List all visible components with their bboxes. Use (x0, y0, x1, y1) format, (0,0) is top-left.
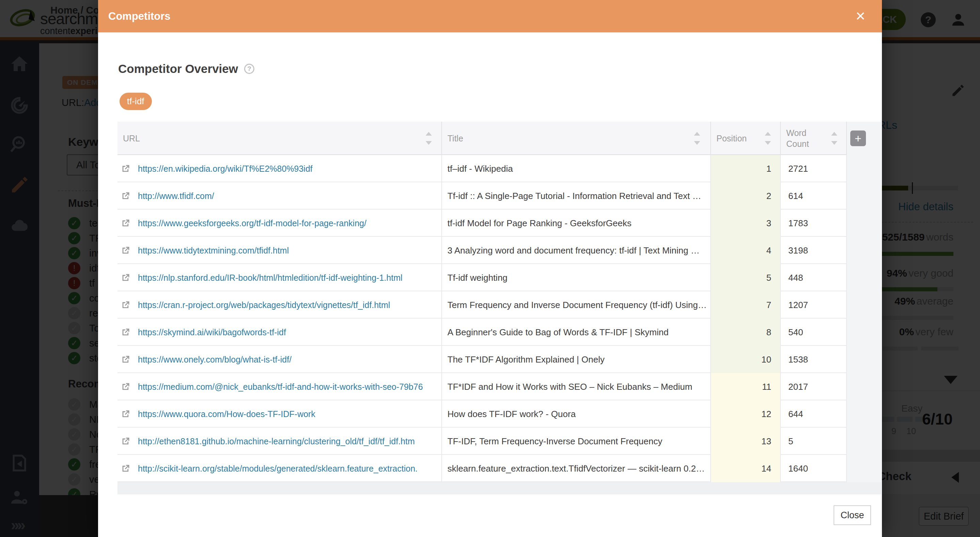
position-cell: 12 (711, 400, 781, 428)
word-count-cell: 2017 (781, 373, 847, 400)
add-column-button[interactable]: + (850, 131, 866, 146)
competitor-url-link[interactable]: https://cran.r-project.org/web/packages/… (138, 300, 390, 310)
overview-help-icon[interactable]: ? (244, 64, 255, 74)
col-header-title[interactable]: Title (442, 122, 711, 155)
url-cell: https://www.onely.com/blog/what-is-tf-id… (118, 346, 442, 373)
sort-icons[interactable] (831, 132, 837, 145)
row-gutter (847, 319, 881, 346)
table-scrollbar-track[interactable] (118, 482, 881, 494)
col-header-position[interactable]: Position (711, 122, 781, 155)
url-cell: http://ethen8181.github.io/machine-learn… (118, 428, 442, 455)
table-row: https://cran.r-project.org/web/packages/… (118, 291, 881, 319)
competitor-url-link[interactable]: https://nlp.stanford.edu/IR-book/html/ht… (138, 273, 402, 283)
title-cell: A Beginner's Guide to Bag of Words & TF-… (442, 319, 711, 346)
external-link-icon (121, 327, 130, 337)
row-gutter (847, 155, 881, 182)
position-cell: 13 (711, 428, 781, 455)
sort-icons[interactable] (694, 132, 700, 145)
external-link-icon (121, 246, 130, 255)
title-cell: TF-IDF, Term Frequency-Inverse Document … (442, 428, 711, 455)
table-row: https://nlp.stanford.edu/IR-book/html/ht… (118, 264, 881, 291)
word-count-cell: 448 (781, 264, 847, 291)
row-gutter (847, 210, 881, 237)
competitors-modal: Competitors × Competitor Overview ? tf-i… (98, 0, 882, 537)
title-cell: Term Frequency and Inverse Document Freq… (442, 291, 711, 319)
competitor-url-link[interactable]: http://www.tfidf.com/ (138, 191, 214, 201)
word-count-cell: 1783 (781, 210, 847, 237)
title-cell: TF*IDF and How it Works with SEO – Nick … (442, 373, 711, 400)
sort-icons[interactable] (426, 132, 432, 145)
table-row: https://www.geeksforgeeks.org/tf-idf-mod… (118, 210, 881, 237)
overview-title: Competitor Overview (118, 62, 238, 76)
external-link-icon (121, 409, 130, 419)
external-link-icon (121, 164, 130, 174)
table-row: https://www.tidytextmining.com/tfidf.htm… (118, 237, 881, 264)
competitor-url-link[interactable]: https://www.onely.com/blog/what-is-tf-id… (138, 355, 291, 365)
title-cell: Tf-idf :: A Single-Page Tutorial - Infor… (442, 182, 711, 210)
word-count-cell: 1538 (781, 346, 847, 373)
competitor-url-link[interactable]: https://medium.com/@nick_eubanks/tf-idf-… (138, 382, 423, 392)
word-count-cell: 540 (781, 319, 847, 346)
competitor-url-link[interactable]: https://skymind.ai/wiki/bagofwords-tf-id… (138, 327, 286, 337)
competitor-url-link[interactable]: https://www.geeksforgeeks.org/tf-idf-mod… (138, 218, 366, 228)
table-row: https://www.onely.com/blog/what-is-tf-id… (118, 346, 881, 373)
col-header-url[interactable]: URL (118, 122, 442, 155)
title-cell: tf–idf - Wikipedia (442, 155, 711, 182)
row-gutter (847, 373, 881, 400)
keyword-tag: tf-idf (119, 93, 152, 110)
row-gutter (847, 291, 881, 319)
overview-title-row: Competitor Overview ? (118, 62, 255, 76)
row-gutter (847, 455, 881, 482)
table-row: http://scikit-learn.org/stable/modules/g… (118, 455, 881, 482)
row-gutter (847, 400, 881, 428)
position-cell: 7 (711, 291, 781, 319)
close-button[interactable]: Close (834, 505, 871, 525)
external-link-icon (121, 300, 130, 310)
competitor-url-link[interactable]: https://en.wikipedia.org/wiki/Tf%E2%80%9… (138, 164, 313, 174)
url-cell: https://en.wikipedia.org/wiki/Tf%E2%80%9… (118, 155, 442, 182)
row-gutter (847, 428, 881, 455)
title-cell: The TF*IDF Algorithm Explained | Onely (442, 346, 711, 373)
competitor-url-link[interactable]: http://ethen8181.github.io/machine-learn… (138, 437, 415, 446)
url-cell: https://www.tidytextmining.com/tfidf.htm… (118, 237, 442, 264)
position-cell: 14 (711, 455, 781, 482)
sort-icons[interactable] (765, 132, 771, 145)
table-row: https://skymind.ai/wiki/bagofwords-tf-id… (118, 319, 881, 346)
external-link-icon (121, 273, 130, 282)
table-row: http://www.tfidf.com/Tf-idf :: A Single-… (118, 182, 881, 210)
competitor-url-link[interactable]: https://www.quora.com/How-does-TF-IDF-wo… (138, 409, 315, 419)
position-cell: 10 (711, 346, 781, 373)
row-gutter (847, 237, 881, 264)
external-link-icon (121, 355, 130, 364)
position-cell: 2 (711, 182, 781, 210)
url-cell: http://www.tfidf.com/ (118, 182, 442, 210)
word-count-cell: 2721 (781, 155, 847, 182)
table-row: https://en.wikipedia.org/wiki/Tf%E2%80%9… (118, 155, 881, 182)
close-icon[interactable]: × (852, 8, 869, 24)
word-count-cell: 1207 (781, 291, 847, 319)
title-cell: sklearn.feature_extraction.text.TfidfVec… (442, 455, 711, 482)
word-count-cell: 644 (781, 400, 847, 428)
row-gutter (847, 182, 881, 210)
competitor-url-link[interactable]: http://scikit-learn.org/stable/modules/g… (138, 464, 417, 473)
col-header-word-count[interactable]: Word Count (781, 122, 847, 155)
title-cell: 3 Analyzing word and document frequency:… (442, 237, 711, 264)
competitor-url-link[interactable]: https://www.tidytextmining.com/tfidf.htm… (138, 246, 289, 255)
modal-header: Competitors (98, 0, 882, 32)
title-cell: tf-idf Model for Page Ranking - Geeksfor… (442, 210, 711, 237)
table-row: https://medium.com/@nick_eubanks/tf-idf-… (118, 373, 881, 400)
position-cell: 3 (711, 210, 781, 237)
external-link-icon (121, 382, 130, 392)
external-link-icon (121, 437, 130, 446)
position-cell: 1 (711, 155, 781, 182)
url-cell: https://www.geeksforgeeks.org/tf-idf-mod… (118, 210, 442, 237)
position-cell: 4 (711, 237, 781, 264)
external-link-icon (121, 191, 130, 201)
table-row: http://ethen8181.github.io/machine-learn… (118, 428, 881, 455)
word-count-cell: 3198 (781, 237, 847, 264)
row-gutter (847, 264, 881, 291)
modal-title: Competitors (108, 10, 170, 22)
table-row: https://www.quora.com/How-does-TF-IDF-wo… (118, 400, 881, 428)
url-cell: https://skymind.ai/wiki/bagofwords-tf-id… (118, 319, 442, 346)
title-cell: Tf-idf weighting (442, 264, 711, 291)
